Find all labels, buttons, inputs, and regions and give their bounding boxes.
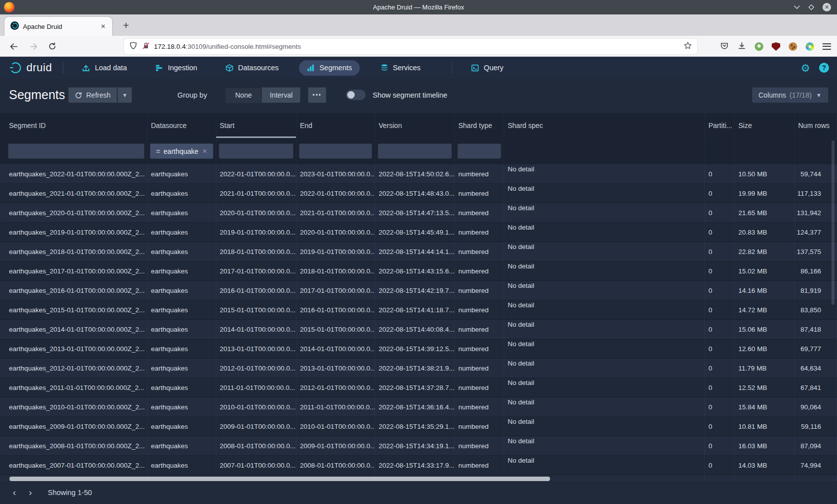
menu-hamburger-icon[interactable]: [823, 43, 831, 50]
group-by-interval-button[interactable]: Interval: [262, 87, 300, 103]
next-page-button[interactable]: ›: [23, 485, 38, 500]
datasource-filter-tag[interactable]: =earthquake✕: [150, 143, 213, 159]
prev-page-button[interactable]: ‹: [7, 485, 22, 500]
extension-green-icon[interactable]: [755, 42, 763, 51]
column-header-start[interactable]: Start: [216, 113, 296, 138]
window-maximize-icon[interactable]: [808, 4, 815, 10]
cell-version: 2022-08-15T14:35:29.1...: [375, 417, 455, 436]
browser-tab[interactable]: Apache Druid ✕: [4, 17, 112, 36]
column-header-shard-type[interactable]: Shard type: [455, 113, 504, 138]
refresh-dropdown-button[interactable]: ▼: [117, 87, 132, 103]
table-row[interactable]: earthquakes_2020-01-01T00:00:00.000Z_2..…: [0, 203, 837, 223]
nav-item-segments[interactable]: Segments: [299, 60, 359, 76]
column-header-shard-spec[interactable]: Shard spec: [504, 113, 705, 138]
table-row[interactable]: earthquakes_2018-01-01T00:00:00.000Z_2..…: [0, 242, 837, 261]
table-row[interactable]: earthquakes_2016-01-01T00:00:00.000Z_2..…: [0, 281, 837, 300]
ublock-origin-icon[interactable]: [772, 42, 780, 51]
table-row[interactable]: earthquakes_2012-01-01T00:00:00.000Z_2..…: [0, 359, 837, 378]
tracking-shield-icon[interactable]: [129, 41, 138, 52]
cell-end: 2009-01-01T00:00:00.0...: [296, 436, 375, 456]
url-text[interactable]: 172.18.0.4:30109/unified-console.html#se…: [154, 43, 684, 50]
table-row[interactable]: earthquakes_2019-01-01T00:00:00.000Z_2..…: [0, 223, 837, 242]
extension-asterisk-icon[interactable]: [806, 42, 814, 51]
table-row[interactable]: earthquakes_2011-01-01T00:00:00.000Z_2..…: [0, 378, 837, 397]
tab-title: Apache Druid: [23, 23, 98, 30]
group-by-none-button[interactable]: None: [225, 87, 262, 103]
nav-item-datasources[interactable]: Datasources: [218, 60, 286, 76]
cell-end: 2011-01-01T00:00:00.0...: [296, 397, 375, 417]
column-header-datasource[interactable]: Datasource: [147, 113, 216, 138]
nav-item-services[interactable]: Services: [373, 60, 428, 76]
cell-start: 2010-01-01T00:00:00.0...: [216, 397, 296, 417]
remove-filter-icon[interactable]: ✕: [202, 147, 207, 155]
bookmark-star-icon[interactable]: [684, 41, 692, 52]
back-button[interactable]: [6, 39, 21, 54]
refresh-button[interactable]: Refresh: [68, 87, 117, 103]
cell-size: 14.16 MB: [735, 281, 795, 300]
nav-item-ingestion[interactable]: Ingestion: [147, 60, 205, 76]
column-header-end[interactable]: End: [296, 113, 375, 138]
cell-version: 2022-08-15T14:37:28.7...: [375, 378, 455, 397]
cell-start: 2012-01-01T00:00:00.0...: [216, 359, 296, 378]
cell-datasource: earthquakes: [147, 184, 216, 203]
table-row[interactable]: earthquakes_2014-01-01T00:00:00.000Z_2..…: [0, 320, 837, 339]
column-header-partiti[interactable]: Partiti...: [705, 113, 735, 138]
filter-input-version[interactable]: [378, 143, 452, 159]
cell-size: 14.72 MB: [735, 300, 795, 320]
cell-size: 22.82 MB: [735, 242, 795, 261]
reload-button[interactable]: [45, 39, 60, 54]
window-shade-icon[interactable]: [794, 5, 800, 9]
nav-item-load-data[interactable]: Load data: [74, 60, 135, 76]
table-row[interactable]: earthquakes_2015-01-01T00:00:00.000Z_2..…: [0, 300, 837, 320]
cell-shard-spec: No detail: [504, 203, 705, 223]
help-icon[interactable]: ?: [819, 63, 829, 73]
window-close-icon[interactable]: ✕: [823, 3, 831, 11]
pocket-icon[interactable]: [720, 41, 729, 52]
more-options-button[interactable]: •••: [308, 87, 326, 103]
table-body: earthquakes_2022-01-01T00:00:00.000Z_2..…: [0, 164, 837, 475]
columns-button[interactable]: Columns (17/18) ▼: [752, 87, 829, 103]
table-row[interactable]: earthquakes_2010-01-01T00:00:00.000Z_2..…: [0, 397, 837, 417]
cell-shard-spec: No detail: [504, 164, 705, 184]
druid-logo[interactable]: druid: [9, 61, 52, 75]
filter-input-shard-type[interactable]: [457, 143, 501, 159]
column-header-label: Version: [379, 122, 402, 129]
table-row[interactable]: earthquakes_2013-01-01T00:00:00.000Z_2..…: [0, 339, 837, 359]
segment-timeline-toggle[interactable]: [346, 90, 366, 100]
cell-end: 2012-01-01T00:00:00.0...: [296, 378, 375, 397]
cell-version: 2022-08-15T14:34:19.1...: [375, 436, 455, 456]
cell-version: 2022-08-15T14:48:43.0...: [375, 184, 455, 203]
filter-cell: [296, 138, 375, 164]
filter-cell: [375, 138, 455, 164]
filter-input-end[interactable]: [299, 143, 372, 159]
filter-input-start[interactable]: [219, 143, 293, 159]
table-row[interactable]: earthquakes_2021-01-01T00:00:00.000Z_2..…: [0, 184, 837, 203]
cell-partition: 0: [705, 203, 735, 223]
table-row[interactable]: earthquakes_2008-01-01T00:00:00.000Z_2..…: [0, 436, 837, 456]
downloads-icon[interactable]: [737, 41, 746, 52]
tab-close-icon[interactable]: ✕: [98, 21, 108, 31]
column-header-version[interactable]: Version: [375, 113, 455, 138]
cell-size: 21.65 MB: [735, 203, 795, 223]
table-row[interactable]: earthquakes_2022-01-01T00:00:00.000Z_2..…: [0, 164, 837, 184]
insecure-lock-icon[interactable]: [142, 42, 150, 52]
table-row[interactable]: earthquakes_2007-01-01T00:00:00.000Z_2..…: [0, 456, 837, 475]
table-row[interactable]: earthquakes_2009-01-01T00:00:00.000Z_2..…: [0, 417, 837, 436]
nav-divider: [452, 62, 452, 74]
column-header-size[interactable]: Size: [735, 113, 795, 138]
settings-gear-icon[interactable]: ⚙: [801, 63, 810, 73]
cell-start: 2009-01-01T00:00:00.0...: [216, 417, 296, 436]
new-tab-button[interactable]: +: [119, 18, 134, 33]
nav-item-query[interactable]: Query: [463, 60, 511, 76]
horizontal-scrollbar[interactable]: [9, 477, 550, 481]
forward-button[interactable]: [26, 39, 41, 54]
filter-input-segment-id[interactable]: [8, 143, 144, 159]
column-header-num-rows[interactable]: Num rows: [795, 113, 837, 138]
table-row[interactable]: earthquakes_2017-01-01T00:00:00.000Z_2..…: [0, 261, 837, 281]
cell-size: 15.02 MB: [735, 261, 795, 281]
url-bar[interactable]: 172.18.0.4:30109/unified-console.html#se…: [124, 39, 697, 54]
cookie-extension-icon[interactable]: [789, 42, 797, 51]
column-header-segment-id[interactable]: Segment ID: [0, 113, 147, 138]
window-titlebar: Apache Druid — Mozilla Firefox ✕: [0, 0, 837, 14]
vertical-scrollbar[interactable]: [832, 140, 835, 305]
